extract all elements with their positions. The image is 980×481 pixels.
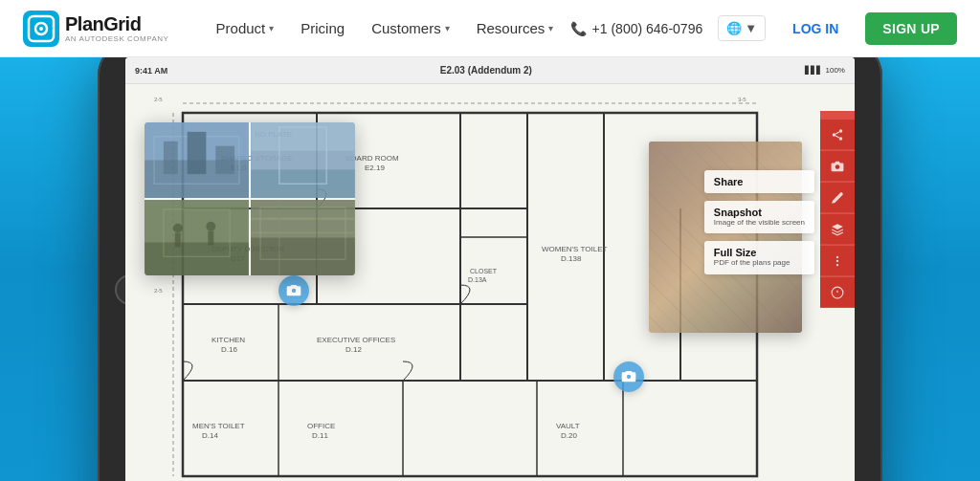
svg-point-88 bbox=[836, 263, 838, 265]
svg-text:D.12: D.12 bbox=[345, 345, 362, 354]
photo-cell-4 bbox=[251, 200, 355, 275]
svg-rect-57 bbox=[145, 242, 249, 275]
toolbar-layers-btn[interactable] bbox=[820, 214, 855, 245]
login-button[interactable]: LOG IN bbox=[781, 13, 850, 44]
tablet-status-bar: 9:41 AM E2.03 (Addendum 2) ▋▋▋ 100% bbox=[125, 57, 855, 84]
camera-marker-1[interactable] bbox=[278, 275, 309, 306]
tablet-document-title: E2.03 (Addendum 2) bbox=[440, 65, 532, 76]
feature-fullsize: Full Size PDF of the plans page bbox=[704, 241, 814, 273]
svg-text:KITCHEN: KITCHEN bbox=[212, 336, 245, 344]
battery-label: 100% bbox=[826, 66, 845, 75]
nav-resources[interactable]: Resources ▾ bbox=[465, 12, 566, 44]
navbar: PlanGrid AN AUTODESK COMPANY Product ▾ P… bbox=[0, 0, 980, 57]
tablet-status-right: ▋▋▋ 100% bbox=[805, 66, 845, 75]
svg-point-80 bbox=[833, 133, 836, 137]
svg-text:D.14: D.14 bbox=[202, 431, 218, 440]
nav-pricing-label: Pricing bbox=[301, 20, 345, 36]
feature-snapshot-desc: Image of the visible screen bbox=[714, 218, 805, 228]
photo-overlay-grid bbox=[145, 122, 355, 275]
toolbar-share-btn[interactable] bbox=[820, 120, 855, 150]
camera-marker-2[interactable] bbox=[613, 361, 644, 392]
svg-point-87 bbox=[836, 259, 838, 261]
svg-rect-48 bbox=[164, 142, 178, 175]
svg-line-82 bbox=[835, 131, 839, 133]
nav-customers-label: Customers bbox=[371, 20, 441, 36]
svg-text:MEN'S TOILET: MEN'S TOILET bbox=[192, 422, 245, 430]
side-toolbar bbox=[820, 111, 855, 308]
brand-name: PlanGrid bbox=[65, 13, 168, 34]
tablet-device: 9:41 AM E2.03 (Addendum 2) ▋▋▋ 100% bbox=[98, 57, 882, 481]
svg-rect-62 bbox=[208, 231, 213, 246]
info-icon bbox=[831, 286, 844, 299]
toolbar-pencil-btn[interactable] bbox=[820, 183, 855, 213]
svg-text:VAULT: VAULT bbox=[556, 422, 580, 430]
nav-resources-label: Resources bbox=[477, 20, 546, 36]
tablet-screen: 9:41 AM E2.03 (Addendum 2) ▋▋▋ 100% bbox=[125, 57, 855, 481]
nav-product[interactable]: Product ▾ bbox=[205, 12, 286, 44]
feature-fullsize-desc: PDF of the plans page bbox=[714, 258, 805, 268]
svg-text:D.13A: D.13A bbox=[468, 276, 487, 283]
feature-snapshot-title: Snapshot bbox=[714, 207, 805, 218]
toolbar-more-btn[interactable] bbox=[820, 246, 855, 276]
phone-area: 📞 +1 (800) 646-0796 bbox=[570, 21, 703, 36]
nav-customers[interactable]: Customers ▾ bbox=[360, 12, 461, 44]
svg-text:WOMEN'S TOILET: WOMEN'S TOILET bbox=[542, 245, 607, 253]
svg-text:E2.19: E2.19 bbox=[365, 164, 385, 172]
layers-icon bbox=[831, 223, 844, 236]
nav-area: Product ▾ Pricing Customers ▾ Resources … bbox=[174, 12, 566, 44]
toolbar-camera-btn[interactable] bbox=[820, 151, 855, 182]
floorplan-area: SHARED STORAGE E1.0 BOARD ROOM E2.19 DEP… bbox=[125, 84, 855, 481]
svg-point-81 bbox=[839, 137, 843, 141]
chevron-down-icon-3: ▾ bbox=[548, 23, 553, 33]
svg-point-61 bbox=[206, 222, 215, 231]
svg-rect-50 bbox=[215, 146, 234, 175]
phone-icon: 📞 bbox=[570, 21, 587, 36]
chevron-down-icon: ▾ bbox=[269, 23, 274, 33]
svg-line-83 bbox=[835, 136, 839, 138]
nav-pricing[interactable]: Pricing bbox=[289, 12, 356, 44]
svg-text:D.138: D.138 bbox=[561, 254, 582, 263]
toolbar-info-btn[interactable] bbox=[820, 277, 855, 308]
wifi-icon: ▋▋▋ bbox=[805, 66, 822, 75]
globe-icon: 🌐 bbox=[726, 21, 742, 35]
feature-share: Share bbox=[704, 170, 814, 193]
camera-icon-1 bbox=[286, 283, 301, 298]
photo-cell-3 bbox=[145, 200, 249, 275]
brand-name-area: PlanGrid AN AUTODESK COMPANY bbox=[65, 13, 168, 43]
svg-point-59 bbox=[173, 224, 183, 233]
hero-section: 9:41 AM E2.03 (Addendum 2) ▋▋▋ 100% bbox=[0, 57, 980, 481]
svg-rect-49 bbox=[188, 132, 207, 174]
camera-icon-2 bbox=[621, 369, 636, 384]
svg-point-79 bbox=[839, 129, 843, 133]
globe-chevron: ▼ bbox=[745, 21, 757, 35]
phone-number: +1 (800) 646-0796 bbox=[592, 21, 703, 36]
nav-product-label: Product bbox=[216, 20, 266, 36]
photo-cell-2 bbox=[251, 122, 355, 198]
tablet-time: 9:41 AM bbox=[135, 66, 167, 76]
share-icon bbox=[831, 128, 844, 142]
svg-point-86 bbox=[836, 255, 838, 257]
svg-text:CLOSET: CLOSET bbox=[470, 268, 498, 274]
svg-text:3-5: 3-5 bbox=[738, 97, 746, 102]
more-icon bbox=[831, 254, 844, 268]
signup-button[interactable]: SIGN UP bbox=[865, 12, 957, 45]
svg-point-3 bbox=[39, 27, 43, 31]
plangrid-logo-icon bbox=[23, 11, 59, 47]
feature-share-title: Share bbox=[714, 176, 805, 187]
nav-right: 📞 +1 (800) 646-0796 🌐 ▼ LOG IN SIGN UP bbox=[570, 12, 957, 45]
svg-text:D.16: D.16 bbox=[221, 345, 237, 354]
chevron-down-icon-2: ▾ bbox=[445, 23, 450, 33]
camera-toolbar-icon bbox=[831, 160, 844, 173]
main-nav: Product ▾ Pricing Customers ▾ Resources … bbox=[205, 12, 566, 44]
svg-text:EXECUTIVE OFFICES: EXECUTIVE OFFICES bbox=[317, 336, 395, 344]
feature-fullsize-title: Full Size bbox=[714, 247, 805, 258]
svg-marker-85 bbox=[832, 224, 843, 230]
svg-text:2-5: 2-5 bbox=[154, 288, 163, 294]
language-button[interactable]: 🌐 ▼ bbox=[718, 15, 766, 41]
feature-labels-panel: Share Snapshot Image of the visible scre… bbox=[704, 170, 814, 282]
brand-sub: AN AUTODESK COMPANY bbox=[65, 34, 168, 43]
logo-area: PlanGrid AN AUTODESK COMPANY bbox=[23, 11, 168, 47]
svg-rect-60 bbox=[175, 233, 181, 248]
svg-text:OFFICE: OFFICE bbox=[307, 422, 335, 430]
photo-cell-1 bbox=[145, 122, 249, 198]
